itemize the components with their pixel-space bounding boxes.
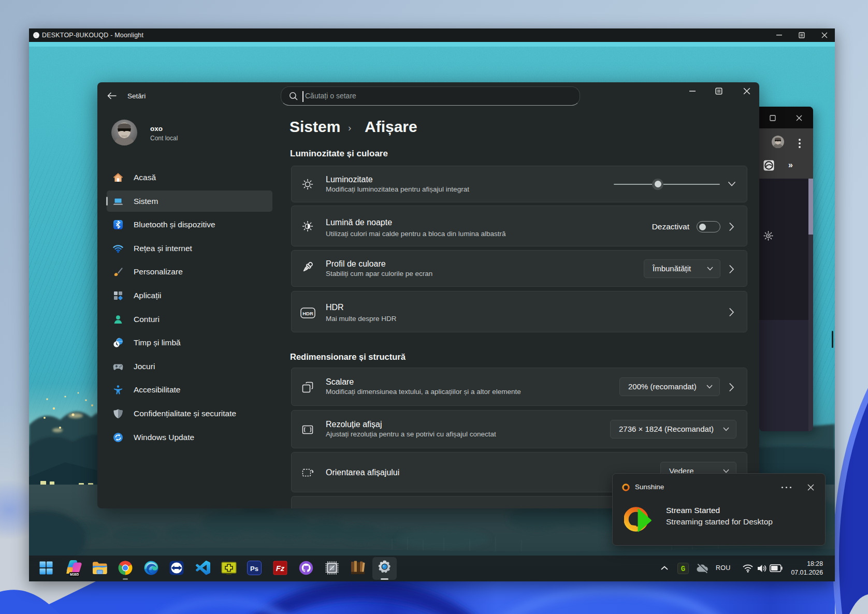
svg-text:HDR: HDR: [302, 311, 313, 316]
